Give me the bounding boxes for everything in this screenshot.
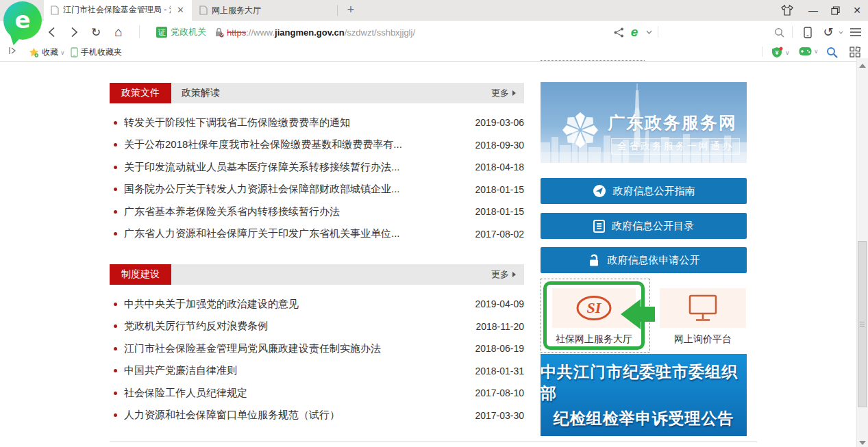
list-item[interactable]: 转发关于阶段性下调我省工伤保险缴费费率的通知2019-03-06 [110,112,524,134]
tab-title: 江门市社会保险基金管理局 - 江 [63,4,171,16]
svg-text:¥: ¥ [775,49,778,56]
bookmarks-bar [0,42,868,62]
paper-plane-icon [593,184,606,198]
bullet-icon [114,392,117,395]
list-item[interactable]: 中共中央关于加强党的政治建设的意见2019-04-09 [110,293,524,316]
games-button[interactable]: ∨ [799,47,819,56]
info-request-button[interactable]: 政府信息依申请公开 [541,247,747,273]
wallet-shield-button[interactable]: ¥ ∨ [771,47,790,58]
policy-section-header: 政策文件 政策解读 更多 [110,83,524,103]
undo-dropdown-icon[interactable] [834,26,847,38]
inquiry-platform-icon-card[interactable] [660,288,746,328]
close-button[interactable]: ✕ [847,0,867,21]
page-icon [199,5,208,15]
article-date: 2018-01-15 [475,184,524,195]
tab-service-hall[interactable]: 网上服务大厅 [193,0,336,21]
gamepad-icon [799,47,812,56]
institution-more-link[interactable]: 更多 [491,264,516,285]
address-bar[interactable]: 证 党政机关 https://www.jiangmen.gov.cn/szdwz… [156,25,415,39]
new-tab-button[interactable]: + [343,2,359,18]
article-link[interactable]: 转发关于阶段性下调我省工伤保险缴费费率的通知 [124,116,467,129]
tab-social-insurance[interactable]: 江门市社会保险基金管理局 - 江 ✕ [44,0,192,21]
document-list-icon [593,220,605,233]
list-item[interactable]: 社会保险工作人员纪律规定2017-08-10 [110,382,524,405]
sidebar-expand-icon[interactable] [8,47,16,55]
search-icon[interactable] [773,26,785,38]
find-in-page-icon[interactable] [826,47,838,58]
home-icon[interactable]: ⌂ [112,26,125,38]
article-link[interactable]: 江门市社会保险基金管理局党风廉政建设责任制实施办法 [124,342,467,355]
bookbar-divider [762,47,762,57]
bullet-icon [114,121,117,125]
scroll-down-icon[interactable] [859,441,866,445]
tab-policy-documents[interactable]: 政策文件 [110,83,171,103]
clipped-marquee-fragment [541,58,645,61]
undo-icon[interactable]: ↺ [822,26,834,38]
restore-button[interactable] [825,0,845,21]
article-link[interactable]: 党政机关厉行节约反对浪费条例 [124,320,467,333]
list-item[interactable]: 关于印发流动就业人员基本医疗保障关系转移接续暂行办法...2018-04-18 [110,156,524,179]
back-button[interactable] [45,26,58,38]
apps-grid-icon[interactable] [850,47,860,58]
toolbar-divider [139,25,140,38]
bullet-icon [114,413,117,417]
tab-institution-building[interactable]: 制度建设 [110,264,171,285]
page-icon [51,5,59,15]
policy-more-link[interactable]: 更多 [491,83,516,103]
institution-article-list: 中共中央关于加强党的政治建设的意见2019-04-09 党政机关厉行节约反对浪费… [110,293,524,426]
gov-banner-title: 广东政务服务网 [608,112,737,134]
list-item[interactable]: 广东省基本养老保险关系省内转移接续暂行办法2018-01-15 [110,201,524,223]
list-item[interactable]: 党政机关厉行节约反对浪费条例2018-11-20 [110,316,524,338]
article-link[interactable]: 广东省人力资源和社会保障厅关于印发广东省机关事业单位... [124,227,467,240]
policy-article-list: 转发关于阶段性下调我省工伤保险缴费费率的通知2019-03-06 关于公布201… [110,112,524,245]
bullet-icon [114,347,117,350]
chevron-down-icon[interactable] [643,26,655,38]
list-item[interactable]: 国务院办公厅关于转发人力资源社会保障部财政部城镇企业...2018-01-15 [110,179,524,201]
ie-compat-icon[interactable]: e [628,26,641,38]
favorites-menu[interactable]: 收藏 ∨ [29,47,65,58]
mobile-phone-icon[interactable] [802,26,814,38]
refresh-icon[interactable]: ↻ [90,26,102,38]
guangdong-gov-service-banner[interactable]: 广东政务服务网 全省政务服务一网通办 [541,82,747,163]
article-link[interactable]: 人力资源和社会保障窗口单位服务规范（试行） [124,409,467,422]
toolbar-divider [792,26,793,38]
toolbar-divider [658,26,658,38]
scroll-up-icon[interactable] [859,64,866,68]
article-date: 2019-03-06 [475,117,524,128]
info-catalog-button[interactable]: 政府信息公开目录 [541,213,747,239]
browser-logo-icon[interactable]: e [3,1,42,40]
info-guide-button[interactable]: 政府信息公开指南 [541,178,747,204]
mobile-favorites-button[interactable]: 手机收藏夹 [71,47,122,58]
skin-theme-icon[interactable] [777,0,797,21]
list-item[interactable]: 广东省人力资源和社会保障厅关于印发广东省机关事业单位...2017-08-02 [110,223,524,246]
article-date: 2018-04-18 [475,162,524,173]
article-link[interactable]: 社会保险工作人员纪律规定 [124,387,467,400]
article-link[interactable]: 国务院办公厅关于转发人力资源社会保障部财政部城镇企业... [124,183,467,196]
bullet-icon [114,210,117,214]
article-link[interactable]: 中共中央关于加强党的政治建设的意见 [124,298,467,311]
article-link[interactable]: 关于印发流动就业人员基本医疗保障关系转移接续暂行办法... [124,161,467,174]
phone-icon [71,47,78,58]
article-date: 2018-09-30 [475,140,524,151]
forward-button[interactable] [68,26,80,38]
share-icon[interactable] [612,26,625,38]
menu-icon[interactable] [850,26,862,38]
list-item[interactable]: 江门市社会保险基金管理局党风廉政建设责任制实施办法2018-06-19 [110,337,524,360]
list-item[interactable]: 中国共产党廉洁自律准则2018-01-31 [110,360,524,383]
inquiry-platform-label[interactable]: 网上询价平台 [660,333,746,346]
tab-close-icon[interactable]: ✕ [175,5,186,15]
minimize-button[interactable]: — [803,0,823,21]
highlight-arrow-icon [621,299,655,329]
tab-policy-interpretation[interactable]: 政策解读 [182,83,220,103]
article-date: 2019-04-09 [475,298,524,309]
site-type-label: 党政机关 [171,26,206,38]
notice-line2: 纪检组检举申诉受理公告 [554,408,734,429]
article-link[interactable]: 关于公布2018社保年度我市社会保险缴费基数和缴费费率有... [124,138,467,151]
discipline-notice-banner[interactable]: 中共江门市纪委驻市委组织部 纪检组检举申诉受理公告 [541,354,747,436]
favorites-label: 收藏 [42,47,58,58]
chevron-down-icon: ∨ [60,49,65,56]
list-item[interactable]: 关于公布2018社保年度我市社会保险缴费基数和缴费费率有...2018-09-3… [110,134,524,157]
list-item[interactable]: 人力资源和社会保障窗口单位服务规范（试行）2017-03-30 [110,405,524,427]
article-link[interactable]: 广东省基本养老保险关系省内转移接续暂行办法 [124,205,467,218]
article-link[interactable]: 中国共产党廉洁自律准则 [124,364,467,377]
